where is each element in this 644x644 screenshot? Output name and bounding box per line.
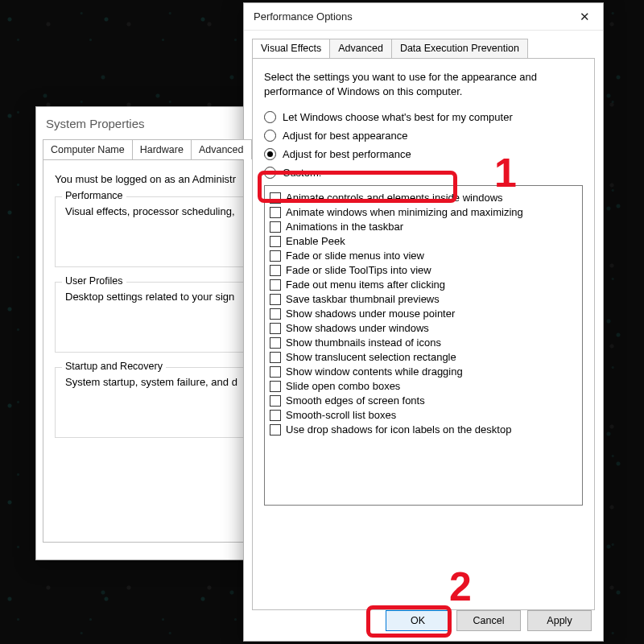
performance-options-title: Performance Options	[254, 10, 353, 23]
check-label: Fade or slide menus into view	[286, 250, 424, 262]
radio-icon	[264, 167, 276, 179]
radio-let-windows-label: Let Windows choose what's best for my co…	[283, 111, 513, 123]
radio-best-appearance-label: Adjust for best appearance	[283, 130, 407, 142]
check-label: Fade out menu items after clicking	[286, 279, 445, 291]
check-row[interactable]: Show thumbnails instead of icons	[270, 336, 577, 349]
check-row[interactable]: Animations in the taskbar	[270, 221, 577, 233]
checkbox-icon	[270, 352, 281, 363]
check-row[interactable]: Animate controls and elements inside win…	[270, 192, 577, 204]
tab-dep[interactable]: Data Execution Prevention	[391, 39, 528, 58]
radio-best-performance-label: Adjust for best performance	[283, 148, 411, 160]
check-label: Animate windows when minimizing and maxi…	[286, 206, 523, 218]
checkbox-icon	[270, 424, 281, 436]
checkbox-icon	[270, 323, 281, 334]
check-label: Smooth-scroll list boxes	[286, 409, 396, 421]
checkbox-icon	[270, 250, 281, 262]
desktop-background: System Properties Computer Name Hardware…	[0, 0, 644, 644]
checkbox-icon	[270, 381, 281, 392]
performance-options-footer: OK Cancel Apply	[386, 610, 592, 631]
checkbox-icon	[270, 265, 281, 276]
checkbox-icon	[270, 410, 281, 421]
checkbox-icon	[270, 337, 281, 349]
checkbox-icon	[270, 236, 281, 247]
system-properties-title: System Properties	[46, 117, 145, 130]
check-row[interactable]: Save taskbar thumbnail previews	[270, 293, 577, 305]
checkbox-icon	[270, 279, 281, 291]
check-label: Show thumbnails instead of icons	[286, 336, 441, 349]
performance-options-body: Select the settings you want to use for …	[252, 58, 595, 610]
check-label: Fade or slide ToolTips into view	[286, 264, 431, 276]
radio-best-appearance[interactable]: Adjust for best appearance	[264, 130, 583, 142]
tab-hardware[interactable]: Hardware	[132, 139, 192, 159]
radio-icon	[264, 111, 276, 123]
check-label: Show translucent selection rectangle	[286, 351, 456, 363]
tab-advanced[interactable]: Advanced	[191, 139, 252, 159]
check-label: Enable Peek	[286, 235, 345, 247]
checkbox-icon	[270, 308, 281, 320]
check-label: Show shadows under mouse pointer	[286, 308, 455, 320]
check-row[interactable]: Show shadows under mouse pointer	[270, 308, 577, 320]
check-label: Slide open combo boxes	[286, 380, 400, 392]
checkbox-icon	[270, 395, 281, 407]
radio-custom[interactable]: Custom:	[264, 167, 583, 179]
check-label: Animate controls and elements inside win…	[286, 192, 503, 204]
radio-icon	[264, 130, 276, 142]
check-row[interactable]: Fade out menu items after clicking	[270, 279, 577, 291]
checkbox-icon	[270, 207, 281, 218]
check-row[interactable]: Fade or slide menus into view	[270, 250, 577, 262]
check-row[interactable]: Use drop shadows for icon labels on the …	[270, 423, 577, 436]
checkbox-icon	[270, 294, 281, 305]
performance-options-window: Performance Options ✕ Visual Effects Adv…	[243, 2, 604, 642]
check-label: Animations in the taskbar	[286, 221, 403, 233]
radio-icon	[264, 148, 276, 160]
tab-computer-name[interactable]: Computer Name	[43, 139, 133, 159]
performance-options-desc: Select the settings you want to use for …	[264, 70, 583, 98]
tab-advanced-perf[interactable]: Advanced	[329, 39, 392, 58]
radio-let-windows[interactable]: Let Windows choose what's best for my co…	[264, 111, 583, 123]
startup-legend: Startup and Recovery	[62, 361, 166, 372]
checkbox-icon	[270, 221, 281, 233]
performance-options-titlebar: Performance Options ✕	[244, 3, 603, 31]
checkbox-icon	[270, 192, 281, 204]
cancel-button[interactable]: Cancel	[456, 610, 521, 631]
close-icon[interactable]: ✕	[566, 3, 603, 31]
check-label: Use drop shadows for icon labels on the …	[286, 423, 511, 436]
check-row[interactable]: Smooth-scroll list boxes	[270, 409, 577, 421]
check-row[interactable]: Smooth edges of screen fonts	[270, 394, 577, 407]
radio-custom-label: Custom:	[283, 167, 321, 179]
check-label: Show window contents while dragging	[286, 365, 463, 378]
check-row[interactable]: Enable Peek	[270, 235, 577, 247]
performance-options-tabs: Visual Effects Advanced Data Execution P…	[244, 31, 603, 58]
check-label: Save taskbar thumbnail previews	[286, 293, 440, 305]
check-row[interactable]: Animate windows when minimizing and maxi…	[270, 206, 577, 218]
check-label: Smooth edges of screen fonts	[286, 394, 425, 407]
performance-legend: Performance	[62, 190, 126, 201]
ok-button[interactable]: OK	[386, 610, 450, 631]
check-row[interactable]: Show translucent selection rectangle	[270, 351, 577, 363]
tab-visual-effects[interactable]: Visual Effects	[252, 39, 330, 58]
check-row[interactable]: Fade or slide ToolTips into view	[270, 264, 577, 276]
check-row[interactable]: Slide open combo boxes	[270, 380, 577, 392]
radio-best-performance[interactable]: Adjust for best performance	[264, 148, 583, 160]
visual-effects-checklist[interactable]: Animate controls and elements inside win…	[264, 185, 583, 506]
apply-button[interactable]: Apply	[527, 610, 592, 631]
checkbox-icon	[270, 366, 281, 378]
check-label: Show shadows under windows	[286, 322, 429, 334]
user-profiles-legend: User Profiles	[62, 275, 126, 287]
check-row[interactable]: Show window contents while dragging	[270, 365, 577, 378]
check-row[interactable]: Show shadows under windows	[270, 322, 577, 334]
